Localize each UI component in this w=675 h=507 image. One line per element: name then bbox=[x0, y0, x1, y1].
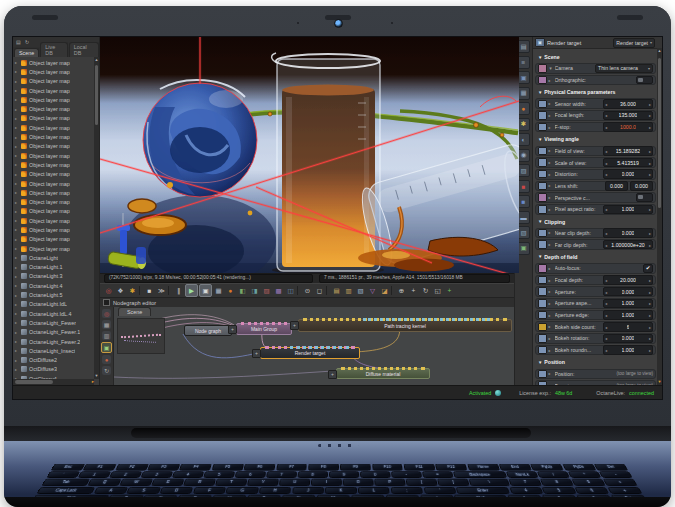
expander-icon[interactable] bbox=[549, 160, 553, 165]
inspector-row[interactable]: Scene bbox=[535, 52, 656, 62]
checkbox-checked-icon[interactable] bbox=[643, 264, 653, 274]
value-spinner[interactable]: 15.189282 bbox=[603, 146, 653, 156]
section-caret-icon[interactable] bbox=[538, 254, 542, 259]
tree-item[interactable]: Object layer map bbox=[14, 67, 99, 76]
expander-icon[interactable] bbox=[549, 289, 553, 294]
tree-expander-icon[interactable] bbox=[15, 153, 19, 158]
inspector-row[interactable]: Bokeh side count: 6 bbox=[535, 321, 656, 332]
filter-icon[interactable]: ▽ bbox=[367, 285, 378, 296]
spin-increment-icon[interactable] bbox=[649, 277, 651, 283]
tree-expander-icon[interactable] bbox=[15, 218, 19, 223]
value-spinner[interactable]: 1.000 bbox=[603, 299, 653, 309]
pin-type-icon[interactable] bbox=[538, 370, 547, 379]
inspector-row[interactable]: Aperture: 0.000 bbox=[535, 286, 656, 297]
tree-item[interactable]: OctaneLight.4 bbox=[14, 281, 99, 290]
fill-background-icon[interactable]: ◪ bbox=[379, 285, 390, 296]
spin-increment-icon[interactable] bbox=[649, 300, 651, 306]
inspector-row[interactable]: Clipping bbox=[535, 217, 656, 227]
spin-increment-icon[interactable] bbox=[649, 335, 651, 341]
pin-type-icon[interactable] bbox=[538, 334, 547, 343]
expander-icon[interactable] bbox=[549, 348, 553, 353]
spin-value[interactable]: 1.000 bbox=[622, 300, 635, 306]
subsampling-icon[interactable]: ▦ bbox=[213, 285, 224, 296]
tree-item[interactable]: Object layer map bbox=[14, 142, 99, 151]
tree-item[interactable]: Object layer map bbox=[14, 197, 99, 206]
inspector-row[interactable]: Depth of field bbox=[535, 252, 656, 262]
scrollbar-thumb[interactable] bbox=[15, 380, 53, 384]
expander-icon[interactable] bbox=[549, 301, 553, 306]
layout-icon[interactable]: ▥ bbox=[102, 331, 111, 340]
inspector-row[interactable]: Pixel aspect ratio: 1.000 bbox=[535, 204, 656, 215]
material-ball-icon[interactable]: ● bbox=[102, 355, 111, 364]
spin-decrement-icon[interactable] bbox=[605, 324, 607, 330]
spin-increment-icon[interactable] bbox=[649, 160, 651, 166]
spin-decrement-icon[interactable] bbox=[605, 101, 607, 107]
node-input-pins[interactable] bbox=[241, 322, 287, 325]
spin-value[interactable]: 0.000 bbox=[622, 171, 635, 177]
expander-icon[interactable] bbox=[549, 336, 553, 341]
section-caret-icon[interactable] bbox=[538, 219, 542, 224]
tree-expander-icon[interactable] bbox=[15, 144, 19, 149]
pin-type-icon[interactable] bbox=[538, 100, 547, 109]
expander-icon[interactable] bbox=[549, 207, 553, 212]
spin-value[interactable]: 15.189282 bbox=[616, 148, 641, 154]
value-x[interactable]: 0.000 bbox=[605, 181, 628, 191]
inspector-row[interactable]: Sensor width: 36.000 bbox=[535, 98, 656, 109]
tree-expander-icon[interactable] bbox=[15, 209, 19, 214]
separator[interactable] bbox=[391, 286, 395, 295]
tree-item[interactable]: OctaneLight.IdL.4 bbox=[14, 309, 99, 318]
pin-type-icon[interactable] bbox=[538, 64, 547, 73]
tree-expander-icon[interactable] bbox=[15, 348, 19, 353]
scroll-down-icon[interactable]: ▼ bbox=[657, 379, 662, 385]
spin-increment-icon[interactable] bbox=[649, 324, 651, 330]
section-caret-icon[interactable] bbox=[538, 360, 542, 365]
value-spinner[interactable]: 0.000 bbox=[603, 228, 653, 238]
dual-value-fields[interactable]: 0.000 0.000 bbox=[605, 181, 653, 191]
tree-expander-icon[interactable] bbox=[15, 181, 19, 186]
spin-decrement-icon[interactable] bbox=[605, 171, 607, 177]
expander-icon[interactable] bbox=[549, 278, 553, 283]
pan-icon[interactable]: + bbox=[408, 285, 419, 296]
spin-value[interactable]: 20.000 bbox=[620, 277, 636, 283]
expander-icon[interactable] bbox=[549, 125, 553, 130]
inspector-row[interactable]: Target: (too large to view) bbox=[535, 380, 656, 385]
axis-gizmo-icon[interactable]: + bbox=[444, 285, 455, 296]
tree-item[interactable]: OctaneLight.5 bbox=[14, 290, 99, 299]
region-render-icon[interactable]: ◻ bbox=[314, 285, 325, 296]
spin-decrement-icon[interactable] bbox=[605, 335, 607, 341]
pin-type-icon[interactable] bbox=[538, 170, 547, 179]
pin-type-icon[interactable] bbox=[538, 240, 547, 249]
panel-collapse-checkbox[interactable] bbox=[103, 299, 110, 306]
node-main-group[interactable]: + Main Group bbox=[236, 323, 292, 335]
tree-expander-icon[interactable] bbox=[15, 79, 19, 84]
tree-item[interactable]: OctaneLight.1 bbox=[14, 263, 99, 272]
value-dropdown[interactable]: Thin lens camera bbox=[595, 64, 653, 74]
separator[interactable] bbox=[326, 286, 330, 295]
tree-expander-icon[interactable] bbox=[15, 125, 19, 130]
spin-value[interactable]: 1000.0 bbox=[620, 124, 636, 130]
render-target-dropdown[interactable]: Render target bbox=[613, 38, 655, 48]
separator[interactable] bbox=[297, 286, 301, 295]
spin-value[interactable]: 135.000 bbox=[619, 112, 638, 118]
spin-increment-icon[interactable] bbox=[649, 101, 651, 107]
value-spinner[interactable]: 0.000 bbox=[603, 334, 653, 344]
toggle-switch[interactable] bbox=[636, 193, 653, 202]
tree-item[interactable]: Object layer map bbox=[14, 207, 99, 216]
tree-expander-icon[interactable] bbox=[15, 60, 19, 65]
expander-icon[interactable] bbox=[549, 371, 553, 376]
nodegraph-canvas[interactable]: Scene Node graph + Main Group bbox=[114, 307, 514, 385]
inspector-row[interactable]: Scale of view: 5.413519 bbox=[535, 157, 656, 168]
spin-increment-icon[interactable] bbox=[649, 312, 651, 318]
tree-expander-icon[interactable] bbox=[15, 358, 19, 363]
tree-expander-icon[interactable] bbox=[15, 283, 19, 288]
tree-expander-icon[interactable] bbox=[15, 320, 19, 325]
inspector-row[interactable]: Focal length: 135.000 bbox=[535, 110, 656, 121]
pin-type-icon[interactable] bbox=[538, 381, 547, 385]
tree-horizontal-scrollbar[interactable]: ▸ bbox=[13, 379, 94, 385]
scene-settings-icon[interactable]: ▤ bbox=[16, 39, 22, 45]
tree-item[interactable]: Object layer map bbox=[14, 151, 99, 160]
spin-increment-icon[interactable] bbox=[649, 289, 651, 295]
value-spinner[interactable]: 5.413519 bbox=[603, 158, 653, 168]
toggle-switch[interactable] bbox=[636, 76, 653, 85]
pin-type-icon[interactable] bbox=[538, 111, 547, 120]
